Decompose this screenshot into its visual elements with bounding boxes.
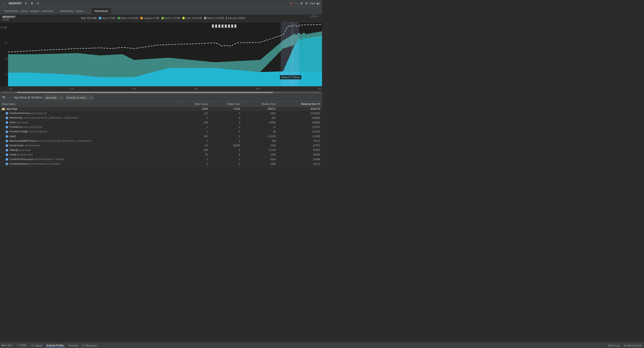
cell-alloc-count: 3: [177, 162, 210, 166]
cell-alloc-count: 30: [177, 152, 210, 157]
table-row[interactable]: CRenderNode (android.view)64655361536670…: [0, 143, 322, 148]
close-icon[interactable]: ✕: [290, 1, 293, 5]
title-dropdown-icon[interactable]: ▼: [24, 1, 28, 5]
class-name-text: RenderNode: [10, 144, 24, 147]
table-row[interactable]: Cbyte[]9400111830111830: [0, 134, 322, 139]
table-row[interactable]: CProviderConfig[] (sun.security.jca)1028…: [0, 129, 322, 134]
table-row[interactable]: CObject[] (java.lang)39502154456203: [0, 148, 322, 152]
scroll-thumb[interactable]: [17, 92, 273, 93]
native-label: Native: 14.56 MB: [121, 17, 138, 19]
minimize-icon[interactable]: —: [294, 1, 298, 5]
table-row[interactable]: CFinalizerReference (java.lang.ref)12204…: [0, 111, 322, 116]
time-axis: 10s 15s 20s 25s 30s 35s: [0, 86, 322, 91]
class-table-container[interactable]: Class Name Alloc Count Native Size Shall…: [0, 101, 322, 167]
right-scale-label: 100000 –: [310, 15, 320, 18]
cell-alloc-count: 940: [177, 134, 210, 139]
cell-class-name: CFinalizerReference (java.lang.ref): [0, 111, 177, 116]
cell-alloc-count: 122: [177, 111, 210, 116]
col-class-name[interactable]: Class Name: [0, 101, 177, 107]
class-name-text: MainActivity$MyThread: [10, 140, 36, 142]
table-row[interactable]: CMainActivity$MyThread (sven.com.practis…: [0, 139, 322, 143]
camera-icon[interactable]: 📷: [2, 95, 6, 100]
table-row[interactable]: 📁app heap6648741623992134035742: [0, 107, 322, 111]
class-icon: C: [6, 117, 8, 119]
stack-color-dot: [162, 17, 164, 19]
table-row[interactable]: CView[] (android.view)300144055818: [0, 152, 322, 157]
time-30s: 30s: [256, 87, 260, 90]
main-content: MainActivity – saved – stopped – destroy…: [0, 7, 322, 167]
settings-icon[interactable]: ⚙: [305, 1, 308, 5]
class-icon: C: [6, 126, 8, 128]
folder-icon: 📁: [2, 108, 5, 110]
scroll-bar-row[interactable]: [0, 91, 322, 94]
legend-others: Others: 0.54 MB: [204, 17, 224, 19]
package-name-text: (android.support.constraint): [28, 162, 60, 165]
dump-label: App Dump @ 33s38ms: [14, 96, 42, 99]
cell-native-size: 0: [210, 125, 242, 129]
memory-subtitle: 40 MB: [2, 18, 16, 21]
cell-native-size: 0: [210, 166, 242, 167]
package-name-text: (android.support.v7.widget): [33, 158, 64, 161]
delete-icon[interactable]: 🗑: [30, 1, 34, 5]
cell-shallow-size: 17: [242, 125, 278, 129]
arrange-select-wrapper[interactable]: Arrange by class Arrange by package Arra…: [65, 95, 94, 100]
y-label-0: 40 MB: [0, 26, 8, 29]
class-name-text: Class: [10, 121, 16, 124]
live-button[interactable]: Live: [310, 2, 315, 5]
cell-class-name: CPhoneWindow (com.android.internal.polic…: [0, 166, 177, 167]
table-row[interactable]: CClass (java.lang)246037655134880: [0, 120, 322, 125]
heap-select[interactable]: app heap image heap zygote heap: [44, 95, 63, 100]
table-row[interactable]: CPhoneWindow (com.android.internal.polic…: [0, 166, 322, 167]
cell-native-size: 0: [210, 116, 242, 120]
col-alloc-count[interactable]: Alloc Count: [177, 101, 210, 107]
cell-shallow-size: 111830: [242, 134, 278, 139]
code-label: Code: 12.03 MB: [185, 17, 202, 19]
cell-shallow-size: 28: [242, 129, 278, 134]
y-axis: 40 MB 24 16 8: [0, 22, 8, 86]
cell-native-size: 0: [210, 120, 242, 125]
class-name-text: FinalizerReference: [10, 112, 30, 115]
class-name-text: Object[]: [10, 149, 18, 151]
legend-code: Code: 12.03 MB: [182, 17, 202, 19]
tab-1[interactable]: MainActivity – saved – ...: [56, 7, 91, 14]
forward-icon[interactable]: ▶|: [317, 1, 320, 5]
tab-2[interactable]: MainActivity: [91, 7, 112, 14]
time-35s: 35s: [318, 87, 321, 90]
table-row[interactable]: CConstraintLayout (android.support.const…: [0, 162, 322, 166]
col-retained-size[interactable]: Retained Size ▼: [278, 101, 322, 107]
cell-retained-size: 156989: [278, 116, 322, 120]
cell-class-name: CProviderConfig[] (sun.security.jca): [0, 129, 177, 134]
cell-class-name: CProviderList (sun.security.jca): [0, 125, 177, 129]
table-row[interactable]: CProviderList (sun.security.jca)10171279…: [0, 125, 322, 129]
table-row[interactable]: CMainActivity (sven.com.practise32_perfo…: [0, 116, 322, 120]
table-header-row: Class Name Alloc Count Native Size Shall…: [0, 101, 322, 107]
svg-rect-6: [215, 24, 217, 28]
class-name-text: app heap: [6, 107, 17, 110]
svg-rect-5: [212, 24, 214, 28]
scroll-track[interactable]: [1, 92, 321, 93]
package-name-text: (android.view): [16, 153, 33, 156]
cell-native-size: 65536: [210, 143, 242, 148]
export-icon[interactable]: ⬇: [36, 1, 40, 5]
y-label-6: 8: [0, 73, 8, 76]
package-name-text: (java.lang): [18, 149, 30, 151]
chart-area[interactable]: 40 MB 24 16 8: [0, 22, 322, 86]
cell-retained-size: 49119: [278, 162, 322, 166]
memory-legend: Total: 33.14 MB Java: 4.8 MB Native: 14.…: [19, 17, 306, 19]
expand-icon[interactable]: ⊕: [300, 1, 303, 5]
tab-0[interactable]: MainActivity – saved – stopped – destroy…: [1, 7, 56, 14]
heap-select-wrapper[interactable]: app heap image heap zygote heap: [44, 95, 63, 100]
class-name-text: View[]: [10, 153, 16, 156]
arrange-select[interactable]: Arrange by class Arrange by package Arra…: [65, 95, 94, 100]
col-native-size[interactable]: Native Size: [210, 101, 242, 107]
cell-class-name: CObject[] (java.lang): [0, 148, 177, 152]
table-row[interactable]: CContentFrameLayout (android.support.v7.…: [0, 157, 322, 162]
cell-alloc-count: 3: [177, 157, 210, 162]
cell-native-size: 0: [210, 162, 242, 166]
cell-class-name: CClass (java.lang): [0, 120, 177, 125]
col-shallow-size[interactable]: Shallow Size: [242, 101, 278, 107]
back-button[interactable]: ←: [2, 1, 6, 5]
class-icon: C: [6, 121, 8, 124]
class-icon: C: [6, 144, 8, 147]
arrow-icon: →: [8, 95, 12, 100]
